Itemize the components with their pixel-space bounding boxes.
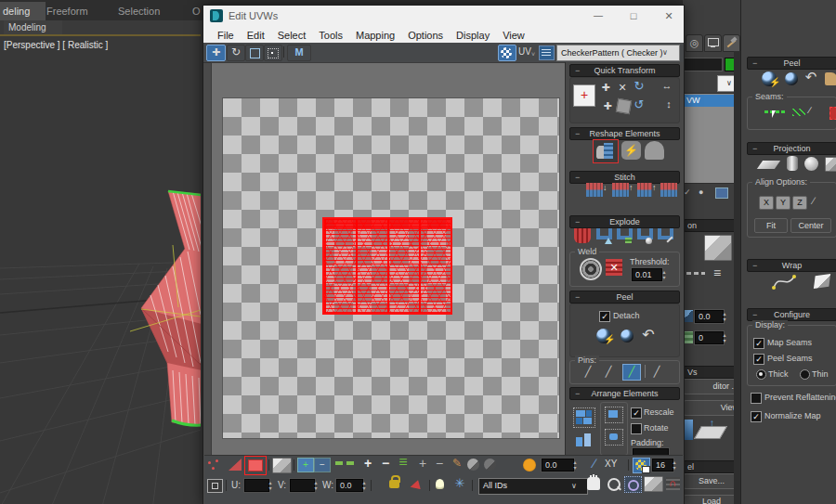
uv-space-selector[interactable]: UV	[518, 46, 531, 57]
u-spinner[interactable]	[244, 479, 269, 492]
object-name-field[interactable]	[684, 58, 723, 71]
target-weld-icon[interactable]	[580, 258, 602, 280]
stitch-target-icon[interactable]	[660, 183, 677, 197]
relax-tool-button[interactable]: ⚡	[621, 141, 641, 160]
align-normal-icon[interactable]: ∕	[813, 195, 828, 208]
rollout-peel[interactable]: −Peel	[747, 57, 836, 70]
rotate-cw-icon[interactable]: ↻	[632, 79, 647, 94]
rotate-checkbox[interactable]	[631, 423, 642, 434]
grow-uv-icon[interactable]: +	[297, 458, 314, 472]
viewport[interactable]: [Perspective ] [ Realistic ]	[0, 36, 201, 504]
scale-tool-button[interactable]	[245, 45, 264, 61]
element-mode-icon[interactable]	[272, 458, 292, 473]
rollout-arrange-elements[interactable]: −Arrange Elements	[569, 387, 680, 400]
soft-selection-spinner[interactable]: 0.0	[542, 459, 574, 472]
relax-custom-button[interactable]	[645, 141, 664, 160]
stack-item-unwrap-uvw[interactable]: VW	[685, 95, 736, 107]
zoom-extents-icon[interactable]	[644, 476, 663, 492]
texture-list-icon[interactable]	[539, 45, 555, 60]
paint-grow-icon[interactable]	[467, 459, 479, 471]
falloff-space-selector[interactable]: XY	[605, 459, 617, 469]
convert-seam-icon[interactable]	[829, 107, 836, 120]
reset-peel-icon[interactable]: ↶	[803, 69, 819, 85]
rollout-selection-clipped[interactable]: on	[684, 219, 736, 232]
normalize-map-checkbox[interactable]: ✓	[751, 411, 762, 422]
paint-shrink-icon[interactable]	[484, 459, 496, 471]
vertex-mode-icon[interactable]	[207, 459, 222, 472]
viewport-label[interactable]: [Perspective ] [ Realistic ]	[4, 40, 108, 51]
shrink-uv-icon[interactable]: −	[314, 458, 331, 472]
box-map-icon[interactable]	[825, 157, 836, 172]
rotate-tool-button[interactable]: ↻	[227, 45, 245, 61]
point-seams-icon[interactable]	[792, 109, 805, 116]
uv-canvas[interactable]	[211, 62, 567, 457]
align-z-button[interactable]: Z	[792, 196, 807, 210]
menu-select[interactable]: Select	[271, 30, 313, 41]
threshold-spinner[interactable]: 0.01	[632, 268, 662, 281]
pin-add-icon[interactable]: ╱	[622, 364, 641, 381]
save-button[interactable]: Save...	[684, 473, 739, 489]
pin-remove-icon[interactable]: ╱	[602, 366, 615, 379]
edge-to-seam-icon[interactable]: ∕	[809, 105, 811, 115]
cylindrical-map-icon[interactable]	[787, 156, 798, 171]
rollout-configure[interactable]: −Configure	[747, 308, 836, 321]
w-spinner[interactable]: 0.0	[336, 479, 363, 492]
planar-map-icon[interactable]	[757, 161, 780, 169]
lines-icon[interactable]: ≡	[709, 265, 725, 281]
menu-options[interactable]: Options	[401, 30, 450, 41]
rotate-ccw-icon[interactable]: ↺	[632, 97, 647, 112]
matid-spinner-arrows[interactable]: ▴▾	[721, 331, 728, 343]
align-x-button[interactable]: X	[759, 196, 774, 210]
ring-lines-icon[interactable]: ≡	[395, 454, 411, 471]
spline-wrap-icon[interactable]	[771, 271, 799, 293]
pan-icon[interactable]	[587, 477, 600, 490]
u-spinner-arrows[interactable]: ▴▾	[267, 479, 274, 491]
matid-spinner[interactable]: 0	[695, 331, 724, 344]
rollout-quick-transform[interactable]: −Quick Transform	[569, 64, 680, 77]
rollout-channel-clipped[interactable]: el	[684, 460, 736, 473]
hide-icon[interactable]	[436, 479, 444, 489]
command-tab-motion-icon[interactable]: ◎	[686, 34, 703, 52]
edge-loop-dashes-icon[interactable]	[335, 461, 356, 465]
pouch-icon[interactable]	[825, 72, 836, 85]
rollout-explode[interactable]: −Explode	[569, 215, 680, 228]
stack-pin-icon[interactable]: ✓	[684, 187, 691, 197]
space-vertical-icon[interactable]: ↕	[660, 98, 677, 113]
minimize-button[interactable]: —	[586, 7, 610, 24]
ribbon-subtab-modeling[interactable]: Modeling	[4, 20, 62, 34]
menu-tools[interactable]: Tools	[312, 30, 349, 41]
menu-view[interactable]: View	[496, 30, 531, 41]
command-tab-utilities-icon[interactable]	[723, 34, 740, 52]
surface-wrap-icon[interactable]	[814, 274, 830, 289]
stitch-source-icon[interactable]	[612, 183, 629, 197]
thin-radio[interactable]	[800, 369, 810, 380]
ribbon-tab-modeling[interactable]: deling	[0, 2, 46, 20]
threshold-spinner-arrows[interactable]: ▴▾	[660, 268, 668, 280]
pack-normalize-icon[interactable]	[573, 407, 595, 428]
align-y-button[interactable]: Y	[776, 196, 790, 210]
center-button[interactable]: Center	[790, 218, 831, 233]
soft-selection-arrows[interactable]: ▴▾	[571, 459, 579, 471]
stack-show-end-icon[interactable]: ●	[699, 187, 703, 197]
stitch-average-icon[interactable]	[637, 183, 652, 197]
rescale-elements-icon[interactable]	[575, 433, 592, 446]
ribbon-tab-selection[interactable]: Selection	[118, 6, 160, 17]
flatten-custom-icon[interactable]	[574, 228, 591, 243]
grow-ring-icon[interactable]: +	[415, 456, 430, 471]
modifier-stack[interactable]: VW	[684, 93, 736, 184]
ribbon-tab-freeform[interactable]: Freeform	[46, 6, 88, 17]
maximize-button[interactable]: □	[621, 7, 646, 24]
shrink-loop-icon[interactable]: −	[379, 456, 392, 471]
rollout-wrap[interactable]: −Wrap	[747, 259, 836, 272]
map-preview-button[interactable]	[633, 458, 650, 473]
soft-selection-icon[interactable]	[523, 459, 536, 472]
falloff-line-icon[interactable]: ∕	[588, 456, 601, 471]
pack-padding-icon[interactable]	[605, 429, 623, 446]
w-spinner-arrows[interactable]: ▴▾	[360, 479, 368, 491]
mirror-tool-button[interactable]: M	[287, 45, 311, 61]
thick-radio[interactable]	[756, 369, 766, 380]
spherical-map-icon[interactable]	[804, 157, 818, 171]
polygon-subobject-icon[interactable]	[704, 235, 732, 261]
freeform-tool-button[interactable]	[264, 45, 282, 61]
polygon-mode-button[interactable]	[244, 456, 267, 475]
